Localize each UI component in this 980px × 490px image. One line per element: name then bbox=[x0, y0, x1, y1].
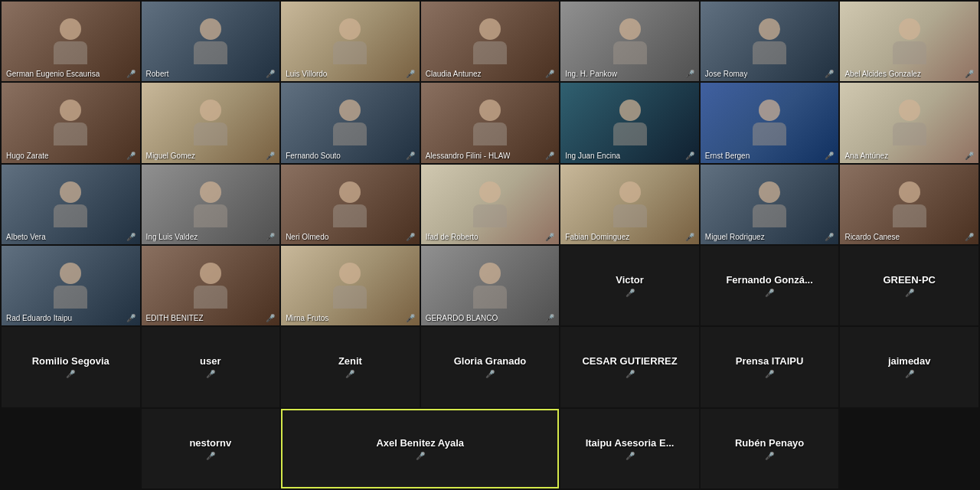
mute-icon: 🎤 bbox=[266, 70, 275, 78]
participant-name: nestornv bbox=[189, 437, 231, 449]
mute-icon: 🎤 bbox=[206, 452, 215, 460]
participant-cell-8[interactable]: Hugo Zarate🎤 bbox=[2, 83, 140, 162]
participant-cell-19[interactable]: Fabian Dominguez🎤 bbox=[560, 165, 699, 244]
participant-cell-31[interactable]: Zenit🎤 bbox=[281, 327, 420, 407]
mute-icon: 🎤 bbox=[965, 152, 974, 160]
participant-name: Robert bbox=[146, 70, 169, 78]
mute-icon: 🎤 bbox=[765, 289, 774, 297]
participant-name: Albeto Vera bbox=[6, 233, 46, 241]
participant-name: German Eugenio Escaurisa bbox=[6, 70, 100, 78]
participant-name: jaimedav bbox=[888, 355, 931, 367]
mute-icon: 🎤 bbox=[825, 233, 834, 241]
mute-icon: 🎤 bbox=[266, 152, 275, 160]
participant-name: Victor bbox=[616, 274, 644, 286]
participant-cell-36[interactable]: nestornv🎤 bbox=[142, 409, 280, 488]
participant-name: Neri Olmedo bbox=[286, 233, 328, 241]
mute-icon: 🎤 bbox=[765, 370, 774, 378]
mute-icon: 🎤 bbox=[345, 370, 354, 378]
mute-icon: 🎤 bbox=[406, 314, 415, 322]
mute-icon: 🎤 bbox=[965, 70, 974, 78]
mute-icon: 🎤 bbox=[905, 370, 914, 378]
mute-icon: 🎤 bbox=[626, 370, 635, 378]
mute-icon: 🎤 bbox=[406, 233, 415, 241]
participant-cell-39[interactable]: Rubén Penayo🎤 bbox=[701, 409, 839, 488]
participant-name: Luis Villordo bbox=[286, 70, 327, 78]
mute-icon: 🎤 bbox=[485, 370, 495, 378]
mute-icon: 🎤 bbox=[545, 233, 554, 241]
participant-name: Fernando Gonzá... bbox=[726, 274, 812, 286]
video-grid: German Eugenio Escaurisa🎤Robert🎤Luis Vil… bbox=[0, 0, 980, 490]
mute-icon: 🎤 bbox=[266, 314, 275, 322]
mute-icon: 🎤 bbox=[965, 233, 974, 241]
participant-cell-29[interactable]: Romilio Segovia🎤 bbox=[2, 327, 140, 407]
participant-cell-1[interactable]: German Eugenio Escaurisa🎤 bbox=[2, 2, 140, 81]
mute-icon: 🎤 bbox=[626, 289, 635, 297]
participant-name: GERARDO BLANCO bbox=[426, 314, 498, 322]
empty-cell bbox=[840, 409, 978, 488]
participant-cell-16[interactable]: Ing Luis Valdez🎤 bbox=[142, 165, 280, 244]
mute-icon: 🎤 bbox=[905, 289, 914, 297]
participant-name: Alessandro Filini - HLAW bbox=[426, 152, 511, 160]
participant-name: EDITH BENITEZ bbox=[146, 314, 204, 322]
participant-cell-32[interactable]: Gloria Granado🎤 bbox=[421, 327, 560, 407]
participant-cell-26[interactable]: Victor🎤 bbox=[560, 246, 699, 325]
participant-name: user bbox=[200, 355, 220, 367]
participant-name: Ifad de Roberto bbox=[426, 233, 479, 241]
mute-icon: 🎤 bbox=[825, 70, 834, 78]
participant-cell-18[interactable]: Ifad de Roberto🎤 bbox=[421, 165, 560, 244]
mute-icon: 🎤 bbox=[765, 452, 774, 460]
participant-cell-13[interactable]: Ernst Bergen🎤 bbox=[701, 83, 839, 162]
participant-name: Prensa ITAIPU bbox=[736, 355, 804, 367]
mute-icon: 🎤 bbox=[545, 70, 554, 78]
participant-name: Mirna Frutos bbox=[286, 314, 328, 322]
participant-cell-9[interactable]: Miguel Gomez🎤 bbox=[142, 83, 280, 162]
participant-cell-28[interactable]: GREEN-PC🎤 bbox=[840, 246, 978, 325]
mute-icon: 🎤 bbox=[206, 370, 215, 378]
participant-cell-33[interactable]: CESAR GUTIERREZ🎤 bbox=[560, 327, 699, 407]
participant-cell-17[interactable]: Neri Olmedo🎤 bbox=[281, 165, 420, 244]
participant-cell-12[interactable]: Ing Juan Encina🎤 bbox=[560, 83, 699, 162]
participant-name: Abel Alcides Gonzalez bbox=[844, 70, 921, 78]
participant-cell-27[interactable]: Fernando Gonzá...🎤 bbox=[701, 246, 839, 325]
mute-icon: 🎤 bbox=[545, 314, 554, 322]
participant-cell-23[interactable]: EDITH BENITEZ🎤 bbox=[142, 246, 280, 325]
participant-cell-20[interactable]: Miguel Rodriguez🎤 bbox=[701, 165, 839, 244]
participant-cell-25[interactable]: GERARDO BLANCO🎤 bbox=[421, 246, 560, 325]
mute-icon: 🎤 bbox=[685, 70, 694, 78]
participant-name: Claudia Antunez bbox=[426, 70, 482, 78]
participant-cell-24[interactable]: Mirna Frutos🎤 bbox=[281, 246, 420, 325]
participant-cell-21[interactable]: Ricardo Canese🎤 bbox=[840, 165, 978, 244]
participant-name: GREEN-PC bbox=[883, 274, 936, 286]
participant-cell-30[interactable]: user🎤 bbox=[142, 327, 280, 407]
mute-icon: 🎤 bbox=[545, 152, 554, 160]
participant-cell-6[interactable]: Jose Romay🎤 bbox=[701, 2, 839, 81]
participant-name: Romilio Segovia bbox=[32, 355, 109, 367]
empty-cell bbox=[2, 409, 140, 488]
participant-name: Miguel Gomez bbox=[146, 152, 195, 160]
participant-cell-37[interactable]: Axel Benitez Ayala🎤 bbox=[281, 409, 559, 488]
participant-cell-2[interactable]: Robert🎤 bbox=[142, 2, 280, 81]
participant-cell-38[interactable]: Itaipu Asesoria E...🎤 bbox=[560, 409, 699, 488]
participant-cell-5[interactable]: Ing. H. Pankow🎤 bbox=[560, 2, 699, 81]
participant-cell-11[interactable]: Alessandro Filini - HLAW🎤 bbox=[421, 83, 560, 162]
participant-name: Rad Eduardo Itaipu bbox=[6, 314, 72, 322]
participant-cell-14[interactable]: Ana Antúnez🎤 bbox=[840, 83, 978, 162]
mute-icon: 🎤 bbox=[685, 233, 694, 241]
participant-cell-7[interactable]: Abel Alcides Gonzalez🎤 bbox=[840, 2, 978, 81]
participant-cell-34[interactable]: Prensa ITAIPU🎤 bbox=[701, 327, 839, 407]
participant-cell-35[interactable]: jaimedav🎤 bbox=[840, 327, 978, 407]
participant-name: Fernando Souto bbox=[286, 152, 341, 160]
participant-name: Ana Antúnez bbox=[844, 152, 888, 160]
participant-name: CESAR GUTIERREZ bbox=[582, 355, 677, 367]
mute-icon: 🎤 bbox=[406, 70, 415, 78]
participant-cell-10[interactable]: Fernando Souto🎤 bbox=[281, 83, 420, 162]
mute-icon: 🎤 bbox=[126, 314, 136, 322]
participant-cell-3[interactable]: Luis Villordo🎤 bbox=[281, 2, 420, 81]
mute-icon: 🎤 bbox=[126, 70, 136, 78]
participant-name: Itaipu Asesoria E... bbox=[586, 437, 675, 449]
participant-cell-4[interactable]: Claudia Antunez🎤 bbox=[421, 2, 560, 81]
participant-name: Ernst Bergen bbox=[705, 152, 750, 160]
participant-cell-22[interactable]: Rad Eduardo Itaipu🎤 bbox=[2, 246, 140, 325]
participant-cell-15[interactable]: Albeto Vera🎤 bbox=[2, 165, 140, 244]
participant-name: Zenit bbox=[338, 355, 362, 367]
